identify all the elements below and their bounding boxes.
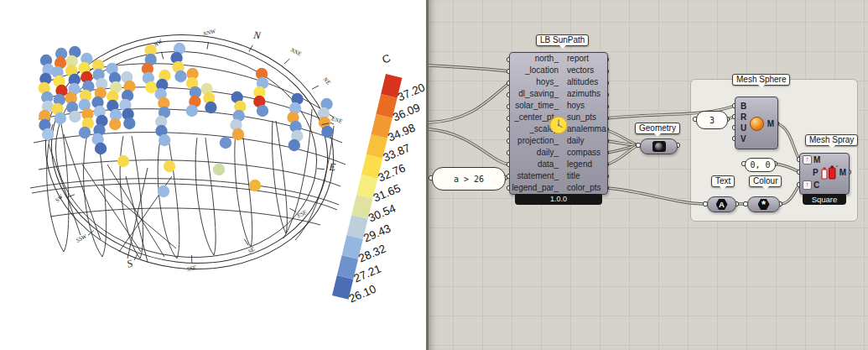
sun-point xyxy=(95,143,107,154)
mesh-sphere-input-v[interactable]: V xyxy=(741,133,746,144)
mesh-sphere-input-r[interactable]: R xyxy=(741,112,746,123)
mesh-spray-input-c[interactable]: ↑ C xyxy=(803,180,819,190)
graft-icon: ↑ xyxy=(803,180,812,190)
lb-output-vectors[interactable]: vectors xyxy=(567,65,606,76)
text-icon: A xyxy=(716,199,728,211)
compass-label-sse: SSE xyxy=(186,264,198,274)
component-tag-mesh-spray[interactable]: Mesh Spray xyxy=(805,134,858,146)
sun-point xyxy=(69,111,81,123)
sun-point xyxy=(109,118,121,130)
lb-output-altitudes[interactable]: altitudes xyxy=(567,76,606,88)
compass-label-s: S xyxy=(126,257,135,269)
sun-icon xyxy=(549,116,568,134)
lb-output-hoys[interactable]: hoys xyxy=(567,100,606,112)
lb-output-compass[interactable]: compass xyxy=(567,147,606,159)
panel-statement[interactable]: a > 26 xyxy=(432,167,506,191)
mesh-spray-input-p[interactable]: P xyxy=(813,168,819,177)
lb-input-data_[interactable]: data_ xyxy=(510,159,559,170)
compass-tick xyxy=(134,253,138,260)
sun-point xyxy=(321,126,333,138)
lb-output-azimuths[interactable]: azimuths xyxy=(567,88,606,100)
lb-output-report[interactable]: report xyxy=(567,53,606,65)
grasshopper-canvas[interactable]: LB SunPath north__locationhoys_dl_saving… xyxy=(426,0,868,350)
lb-input-dl_saving_[interactable]: dl_saving_ xyxy=(510,88,559,100)
param-colour[interactable]: * xyxy=(747,196,780,212)
lb-input-hoys_[interactable]: hoys_ xyxy=(510,76,559,88)
compass-label-sw: SW xyxy=(54,193,65,204)
sun-point xyxy=(249,180,261,191)
version-badge: 1.0.0 xyxy=(515,194,602,205)
lb-output-color_pts[interactable]: color_pts xyxy=(567,182,606,194)
sun-point xyxy=(186,105,198,117)
compass-label-ese: ESE xyxy=(295,209,309,221)
param-geometry[interactable] xyxy=(640,138,678,154)
wire-core xyxy=(429,65,509,71)
geometry-icon xyxy=(652,141,666,152)
lb-output-daily[interactable]: daily xyxy=(567,135,606,147)
sunpath-wireframe xyxy=(30,18,347,285)
sun-point xyxy=(205,102,216,113)
compass-label-nnw: NNW xyxy=(201,28,217,38)
component-tag-lb-sunpath[interactable]: LB SunPath xyxy=(536,34,589,46)
sun-point xyxy=(164,160,175,172)
lb-input-projection_[interactable]: projection_ xyxy=(510,135,559,147)
compass-label-se: SE xyxy=(247,245,257,254)
lb-sunpath-outputs[interactable]: reportvectorsaltitudesazimuthshoyssun_pt… xyxy=(567,53,606,194)
sun-point xyxy=(158,185,169,197)
panel-radius[interactable]: 3 xyxy=(696,111,728,129)
compass-tick xyxy=(244,239,248,246)
component-mesh-sphere[interactable]: B R U V M xyxy=(735,97,778,149)
wire-core xyxy=(429,83,509,123)
graft-icon: ↑ xyxy=(803,155,812,165)
panel-point[interactable]: 0, 0 xyxy=(745,158,776,172)
compass-label-e: E xyxy=(328,161,336,174)
param-text[interactable]: A xyxy=(707,196,736,212)
wire[interactable] xyxy=(777,123,799,159)
lb-input-north_[interactable]: north_ xyxy=(510,53,559,65)
sun-point xyxy=(288,139,300,151)
lb-output-title[interactable]: title xyxy=(567,170,606,182)
compass-tick xyxy=(161,52,164,60)
sunpath-viewport: NWNNWNNNENEENEEESESESSESSSWSW 26.1027.21… xyxy=(0,0,426,350)
sun-point xyxy=(257,105,268,117)
lb-input-statement_[interactable]: statement_ xyxy=(510,170,559,182)
compass-tick xyxy=(317,169,325,170)
lb-input-legend_par_[interactable]: legend_par_ xyxy=(510,182,559,194)
sun-points-layer xyxy=(39,43,334,197)
mesh-sphere-output-m[interactable]: M xyxy=(767,119,774,128)
lb-input-daily_[interactable]: daily_ xyxy=(510,147,559,159)
component-tag-text[interactable]: Text xyxy=(711,175,735,187)
sun-point xyxy=(55,112,66,124)
compass-label-ne: NE xyxy=(321,76,332,86)
component-tag-mesh-sphere[interactable]: Mesh Sphere xyxy=(732,74,790,86)
sun-point xyxy=(42,128,54,140)
legend-layer: 26.1027.2128.3229.4330.5431.6532.7633.87… xyxy=(332,51,426,305)
wire[interactable] xyxy=(780,185,799,204)
component-lb-sunpath[interactable]: north__locationhoys_dl_saving_solar_time… xyxy=(509,52,608,195)
mesh-sphere-icon xyxy=(750,117,764,131)
lb-input-solar_time_[interactable]: solar_time_ xyxy=(510,100,559,112)
component-mesh-spray[interactable]: ↑ M P ↑ C M Square xyxy=(799,153,850,195)
wire-core xyxy=(429,129,509,165)
mesh-sphere-input-b[interactable]: B xyxy=(741,101,746,112)
compass-tick xyxy=(312,86,319,89)
sunpath-svg: NWNNWNNNENEENEEESESESSESSSWSW 26.1027.21… xyxy=(0,0,426,350)
spray-can-icon xyxy=(820,164,839,185)
compass-tick xyxy=(289,208,296,212)
component-tag-colour[interactable]: Colour xyxy=(749,175,782,187)
wire[interactable] xyxy=(429,83,509,123)
sun-point xyxy=(174,71,186,82)
lb-output-analemma[interactable]: analemma xyxy=(567,123,606,135)
lb-output-sun_pts[interactable]: sun_pts xyxy=(567,112,606,123)
lb-output-legend[interactable]: legend xyxy=(567,159,606,170)
sun-point xyxy=(213,164,225,175)
mesh-spray-input-m[interactable]: ↑ M xyxy=(803,155,820,165)
sun-point xyxy=(232,128,244,140)
mesh-spray-nickname-bar: Square xyxy=(803,194,846,205)
component-tag-geometry[interactable]: Geometry xyxy=(635,123,680,134)
screenshot-root: NWNNWNNNENEENEEESESESSESSSWSW 26.1027.21… xyxy=(0,0,868,350)
mesh-sphere-input-u[interactable]: U xyxy=(741,123,746,133)
lb-input-_location[interactable]: _location xyxy=(510,65,559,76)
mesh-spray-output-m[interactable]: M xyxy=(839,168,846,177)
sun-point xyxy=(123,118,135,129)
